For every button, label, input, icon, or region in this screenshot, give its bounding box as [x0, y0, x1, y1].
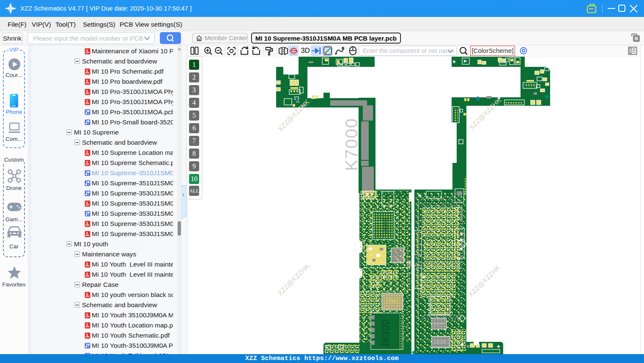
svg-text:XZZ@XZZHK: XZZ@XZZHK [276, 262, 311, 297]
svg-text:U6300: U6300 [383, 218, 389, 234]
svg-text:L7301: L7301 [386, 299, 398, 304]
svg-text:U0700: U0700 [435, 340, 447, 344]
svg-text:K7000: K7000 [342, 118, 361, 171]
svg-text:XZZ@XZZHK: XZZ@XZZHK [467, 264, 501, 298]
svg-text:J6300: J6300 [379, 319, 391, 349]
svg-text:U5600: U5600 [396, 248, 400, 259]
svg-text:U0600: U0600 [433, 322, 445, 326]
